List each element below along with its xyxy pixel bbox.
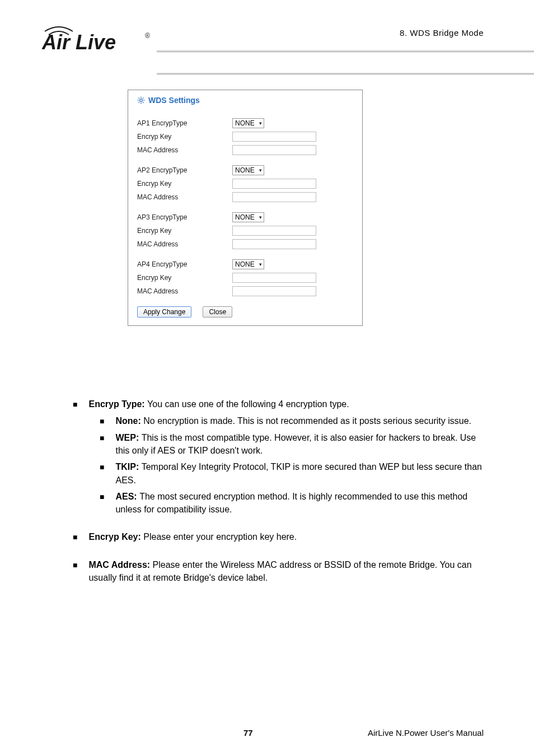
ap4-encryptype-select[interactable]: NONE xyxy=(232,259,264,269)
aes-text: The most secured encryption method. It i… xyxy=(115,492,467,514)
ap4-mac-input[interactable] xyxy=(232,286,316,296)
ap4-mac-label: MAC Address xyxy=(137,287,232,295)
ap1-encryptype-select[interactable]: NONE xyxy=(232,118,264,128)
svg-text:Air Live: Air Live xyxy=(42,31,116,54)
bullet-tkip: ■ TKIP: Temporal Key Integrity Protocol,… xyxy=(100,460,484,486)
panel-title: WDS Settings xyxy=(137,96,353,105)
apply-change-button[interactable]: Apply Change xyxy=(137,306,191,318)
bullet-none: ■ None: No encryption is made. This is n… xyxy=(100,414,484,428)
svg-line-8 xyxy=(143,102,144,103)
bullet-encryp-key: ■ Encryp Key: Please enter your encrypti… xyxy=(73,530,484,544)
ap2-mac-label: MAC Address xyxy=(137,193,232,201)
bullet-mac-address: ■ MAC Address: Please enter the Wireless… xyxy=(73,558,484,584)
bullet-icon: ■ xyxy=(100,414,104,428)
bullet-icon: ■ xyxy=(73,398,77,411)
tkip-text: Temporal Key Integrity Protocol, TKIP is… xyxy=(115,462,482,484)
wep-text: This is the most compatible type. Howeve… xyxy=(115,433,476,455)
mac-head: MAC Address: xyxy=(88,560,152,570)
body-text: ■ Encryp Type: You can use one of the fo… xyxy=(73,398,484,588)
ap2-block: AP2 EncrypType NONE Encryp Key MAC Addre… xyxy=(137,165,353,202)
ap4-block: AP4 EncrypType NONE Encryp Key MAC Addre… xyxy=(137,259,353,296)
ap3-encryptype-label: AP3 EncrypType xyxy=(137,213,232,221)
svg-line-7 xyxy=(138,97,139,99)
page-number: 77 xyxy=(243,728,253,738)
close-button[interactable]: Close xyxy=(203,306,232,318)
page-header: Air Live ® 8. WDS Bridge Mode xyxy=(0,0,534,78)
ap4-encrypkey-label: Encryp Key xyxy=(137,274,232,282)
bullet-icon: ■ xyxy=(73,558,77,584)
manual-title: AirLive N.Power User's Manual xyxy=(368,728,484,738)
bullet-aes: ■ AES: The most secured encryption metho… xyxy=(100,490,484,516)
encryp-type-text: You can use one of the following 4 encry… xyxy=(147,399,349,409)
svg-text:®: ® xyxy=(145,32,150,40)
ap2-mac-input[interactable] xyxy=(232,192,316,202)
airlive-logo: Air Live ® xyxy=(42,21,151,56)
bullet-icon: ■ xyxy=(100,460,104,486)
encryp-type-head: Encryp Type: xyxy=(88,399,147,409)
panel-title-text: WDS Settings xyxy=(148,96,200,105)
wep-head: WEP: xyxy=(115,433,141,442)
bullet-encryp-type: ■ Encryp Type: You can use one of the fo… xyxy=(73,398,484,411)
chapter-title: 8. WDS Bridge Mode xyxy=(400,28,484,38)
ap3-encrypkey-label: Encryp Key xyxy=(137,227,232,235)
header-rule-1 xyxy=(157,50,534,53)
encryp-key-head: Encryp Key: xyxy=(88,532,143,542)
gear-icon xyxy=(137,96,145,104)
ap2-encrypkey-label: Encryp Key xyxy=(137,180,232,188)
bullet-icon: ■ xyxy=(100,431,104,457)
ap1-encryptype-label: AP1 EncrypType xyxy=(137,119,232,127)
ap4-encrypkey-input[interactable] xyxy=(232,273,316,283)
ap2-encrypkey-input[interactable] xyxy=(232,179,316,189)
ap1-encrypkey-label: Encryp Key xyxy=(137,133,232,141)
aes-head: AES: xyxy=(115,492,139,501)
ap2-encryptype-label: AP2 EncrypType xyxy=(137,166,232,174)
bullet-wep: ■ WEP: This is the most compatible type.… xyxy=(100,431,484,457)
bullet-icon: ■ xyxy=(73,530,77,544)
ap1-block: AP1 EncrypType NONE Encryp Key MAC Addre… xyxy=(137,118,353,155)
wds-settings-panel: WDS Settings AP1 EncrypType NONE Encryp … xyxy=(128,90,363,326)
ap4-encryptype-label: AP4 EncrypType xyxy=(137,260,232,268)
ap1-mac-input[interactable] xyxy=(232,145,316,155)
svg-line-9 xyxy=(138,102,139,103)
ap3-mac-input[interactable] xyxy=(232,239,316,249)
bullet-icon: ■ xyxy=(100,490,104,516)
ap3-encryptype-select[interactable]: NONE xyxy=(232,212,264,222)
ap3-mac-label: MAC Address xyxy=(137,240,232,248)
encryp-key-text: Please enter your encryption key here. xyxy=(143,532,297,542)
none-text: No encryption is made. This is not recom… xyxy=(143,416,471,426)
ap1-encrypkey-input[interactable] xyxy=(232,132,316,142)
svg-line-10 xyxy=(143,97,144,99)
ap3-encrypkey-input[interactable] xyxy=(232,226,316,236)
ap2-encryptype-select[interactable]: NONE xyxy=(232,165,264,175)
tkip-head: TKIP: xyxy=(115,462,141,472)
header-rule-2 xyxy=(157,73,534,75)
ap3-block: AP3 EncrypType NONE Encryp Key MAC Addre… xyxy=(137,212,353,249)
ap1-mac-label: MAC Address xyxy=(137,146,232,154)
none-head: None: xyxy=(115,416,143,426)
svg-point-2 xyxy=(140,99,143,102)
